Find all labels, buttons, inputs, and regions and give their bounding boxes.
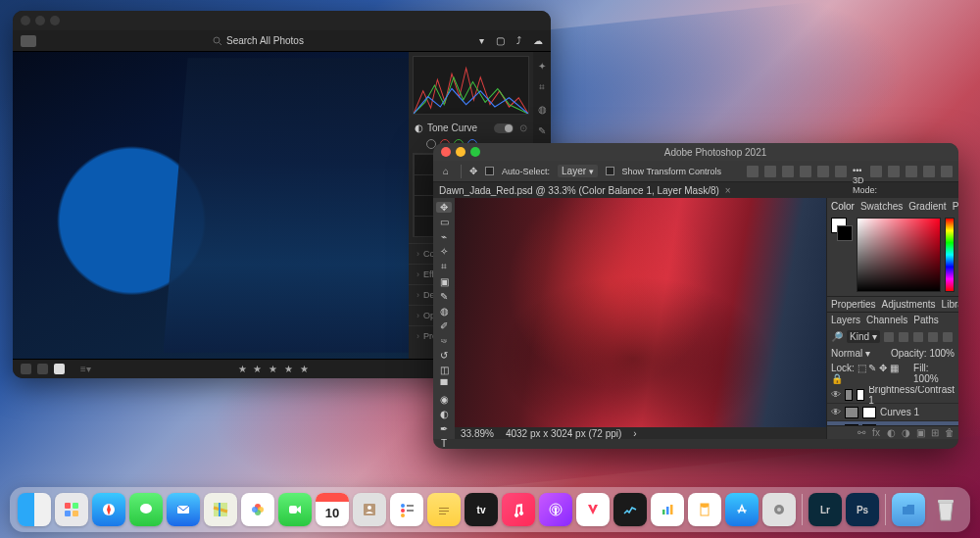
fg-bg-swatch[interactable]: [831, 218, 853, 292]
dock-numbers[interactable]: [651, 493, 684, 526]
share-icon[interactable]: ⤴: [516, 35, 521, 46]
dock-appstore[interactable]: [725, 493, 759, 526]
align-icon[interactable]: [764, 166, 776, 177]
align-icon[interactable]: [800, 166, 811, 177]
marquee-tool-icon[interactable]: ▭: [436, 217, 452, 227]
dock-launchpad[interactable]: [55, 493, 88, 526]
filter-kind[interactable]: Kind ▾: [847, 330, 880, 343]
mask-icon[interactable]: ◐: [886, 428, 896, 438]
status-chevron-icon[interactable]: ›: [633, 428, 636, 439]
lr-canvas[interactable]: [13, 52, 409, 359]
layer-thumb[interactable]: [845, 389, 853, 401]
move-tool-icon[interactable]: ✥: [469, 166, 477, 176]
filter-smart-icon[interactable]: [943, 332, 953, 342]
tab-layers[interactable]: Layers: [831, 315, 860, 325]
lock-icon[interactable]: ✎: [868, 363, 876, 373]
brush-icon[interactable]: ✎: [536, 124, 548, 136]
dock-finder[interactable]: [18, 493, 51, 526]
edit-icon[interactable]: ✦: [536, 60, 548, 72]
layer-row[interactable]: 👁Brightness/Contrast 1: [827, 386, 958, 404]
home-icon[interactable]: ⌂: [439, 165, 453, 178]
3d-icon[interactable]: [870, 166, 882, 177]
close-button[interactable]: [441, 147, 451, 157]
workspace-icon[interactable]: [941, 166, 953, 177]
mask-thumb[interactable]: [862, 407, 876, 418]
filter-pixel-icon[interactable]: [884, 332, 894, 342]
tab-channels[interactable]: Channels: [866, 315, 907, 325]
sort-icon[interactable]: ≡▾: [80, 364, 91, 374]
dock-photos[interactable]: [241, 493, 274, 526]
lasso-tool-icon[interactable]: ⌁: [436, 231, 452, 242]
history-brush-icon[interactable]: ↺: [436, 350, 452, 361]
dock-maps[interactable]: [204, 493, 237, 526]
reset-icon[interactable]: ⊙: [519, 122, 527, 133]
lock-icon[interactable]: ⬚: [858, 363, 866, 373]
tab-patterns[interactable]: Patterns: [953, 201, 958, 212]
filter-icon[interactable]: ▾: [479, 35, 484, 46]
dock-music[interactable]: [502, 493, 535, 526]
rating-stars[interactable]: ★ ★ ★ ★ ★: [238, 364, 311, 374]
link-icon[interactable]: ⚯: [857, 428, 866, 438]
delete-icon[interactable]: 🗑: [945, 428, 955, 438]
crop-icon[interactable]: ⌗: [536, 81, 548, 93]
histogram[interactable]: [413, 56, 529, 115]
lock-icon[interactable]: 🔒: [831, 373, 843, 384]
adjust-icon[interactable]: ◐: [415, 122, 423, 133]
dock-notes[interactable]: [427, 493, 461, 526]
eraser-tool-icon[interactable]: ◫: [436, 365, 452, 375]
tab-libraries[interactable]: Libraries: [942, 299, 958, 310]
layer-thumb[interactable]: [845, 407, 858, 418]
close-button[interactable]: [21, 16, 30, 25]
tone-curve-toggle[interactable]: [494, 123, 514, 133]
compare-view-icon[interactable]: [37, 364, 48, 374]
group-icon[interactable]: ▣: [915, 428, 925, 438]
filter-shape-icon[interactable]: [928, 332, 938, 342]
align-icon[interactable]: [747, 166, 759, 177]
dock-news[interactable]: [576, 493, 610, 526]
transform-checkbox[interactable]: [606, 167, 614, 175]
dock-lightroom[interactable]: Lr: [808, 493, 842, 526]
dock-trash[interactable]: [929, 493, 962, 526]
dock-calendar[interactable]: 10: [316, 493, 349, 526]
3d-icon[interactable]: [888, 166, 900, 177]
crop-tool-icon[interactable]: ⌗: [436, 261, 452, 272]
type-tool-icon[interactable]: T: [436, 438, 452, 449]
dock-pages[interactable]: [688, 493, 721, 526]
stamp-tool-icon[interactable]: ⎃: [436, 335, 452, 346]
canvas-image[interactable]: [455, 198, 826, 427]
cloud-icon[interactable]: ☁: [533, 35, 543, 46]
dock-messages[interactable]: [129, 493, 163, 526]
heal-icon[interactable]: ◍: [536, 103, 548, 115]
dodge-tool-icon[interactable]: ◐: [436, 409, 452, 419]
document-tab[interactable]: Dawn_Jada_Red.psd @ 33.3% (Color Balance…: [439, 185, 731, 196]
grid-view-icon[interactable]: [21, 364, 31, 374]
visibility-icon[interactable]: 👁: [831, 389, 841, 400]
lock-icon[interactable]: ▦: [890, 363, 899, 373]
blur-tool-icon[interactable]: ◉: [436, 394, 452, 405]
maximize-button[interactable]: [50, 16, 60, 25]
new-layer-icon[interactable]: ⊞: [930, 428, 940, 438]
filter-type-icon[interactable]: [913, 332, 923, 342]
3d-icon[interactable]: [906, 166, 917, 177]
background-color[interactable]: [837, 225, 853, 241]
blend-mode[interactable]: Normal ▾: [831, 348, 870, 359]
dock-safari[interactable]: [92, 493, 125, 526]
autoselect-target[interactable]: Layer ▾: [558, 165, 598, 177]
dock-mail[interactable]: [167, 493, 200, 526]
tab-gradient[interactable]: Gradient: [908, 201, 946, 212]
frame-tool-icon[interactable]: ▣: [436, 276, 452, 287]
share-icon[interactable]: [923, 166, 935, 177]
minimize-button[interactable]: [456, 147, 466, 157]
align-icon[interactable]: [835, 166, 847, 177]
align-icon[interactable]: [817, 166, 829, 177]
search-icon[interactable]: 🔎: [831, 331, 843, 342]
fill-value[interactable]: 100%: [913, 373, 939, 384]
dock-contacts[interactable]: [353, 493, 386, 526]
opacity-value[interactable]: 100%: [929, 348, 955, 359]
color-field[interactable]: [857, 218, 941, 292]
eyedropper-tool-icon[interactable]: ✎: [436, 291, 452, 302]
search-input[interactable]: Search All Photos: [213, 33, 360, 49]
single-view-icon[interactable]: ▢: [496, 35, 505, 46]
dock-photoshop[interactable]: Ps: [846, 493, 879, 526]
wand-tool-icon[interactable]: ✧: [436, 246, 452, 257]
